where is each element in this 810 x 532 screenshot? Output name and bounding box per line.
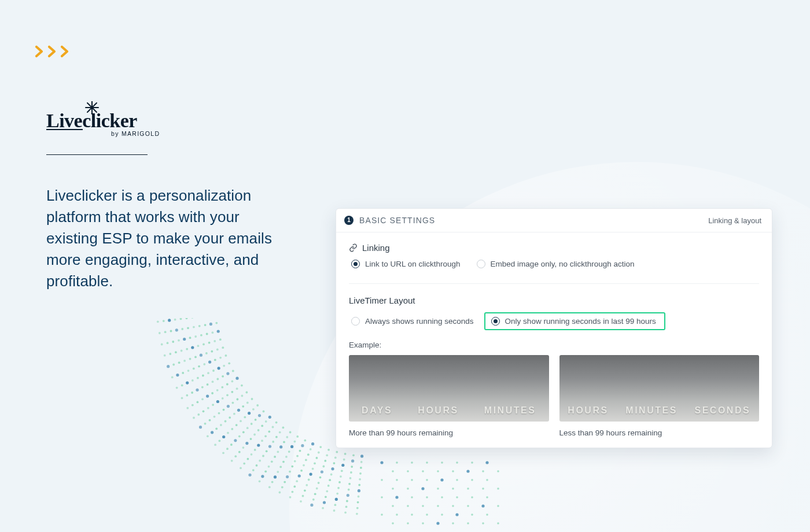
svg-point-171 xyxy=(321,470,323,473)
svg-point-18 xyxy=(222,452,224,454)
svg-point-55 xyxy=(169,353,171,355)
svg-point-310 xyxy=(392,470,394,472)
preview-unit-label: DAYS xyxy=(362,405,392,416)
svg-point-328 xyxy=(421,487,424,490)
svg-point-218 xyxy=(200,334,203,337)
svg-point-179 xyxy=(253,434,256,436)
svg-point-63 xyxy=(314,493,316,495)
svg-point-169 xyxy=(340,475,342,478)
svg-point-325 xyxy=(486,479,488,481)
svg-point-297 xyxy=(222,346,224,349)
svg-point-156 xyxy=(223,409,225,411)
svg-point-73 xyxy=(222,435,225,438)
svg-point-81 xyxy=(178,361,181,364)
svg-point-291 xyxy=(246,391,248,394)
svg-point-111 xyxy=(175,328,178,331)
chevrons-icon xyxy=(35,45,80,58)
panel-tab-label[interactable]: Linking & layout xyxy=(708,216,761,225)
svg-point-158 xyxy=(211,392,213,394)
radio-indicator xyxy=(477,260,485,268)
svg-point-335 xyxy=(395,496,398,498)
radio-always-show-seconds[interactable]: Always shows running seconds xyxy=(351,317,474,326)
svg-point-93 xyxy=(286,475,289,478)
svg-point-96 xyxy=(259,460,261,462)
svg-point-9 xyxy=(310,504,313,507)
svg-point-152 xyxy=(250,438,252,440)
layout-radio-group: Always shows running seconds Only show r… xyxy=(349,312,759,330)
svg-point-265 xyxy=(236,387,238,390)
svg-point-346 xyxy=(452,505,454,507)
svg-point-322 xyxy=(440,478,443,481)
preview-caption: More than 99 hours remaining xyxy=(349,428,549,437)
svg-point-210 xyxy=(232,402,234,404)
svg-point-146 xyxy=(300,470,303,472)
svg-point-192 xyxy=(193,326,195,328)
preview-unit-label: MINUTES xyxy=(625,405,678,416)
svg-point-233 xyxy=(261,425,263,427)
link-icon xyxy=(349,243,358,252)
svg-point-321 xyxy=(426,479,428,481)
panel-title: BASIC SETTINGS xyxy=(359,216,435,225)
svg-point-98 xyxy=(242,446,245,449)
svg-point-26 xyxy=(171,376,174,379)
svg-point-72 xyxy=(230,444,233,446)
svg-point-176 xyxy=(277,451,279,453)
svg-point-237 xyxy=(237,398,239,401)
svg-point-23 xyxy=(186,407,189,409)
svg-point-80 xyxy=(182,372,184,374)
svg-point-349 xyxy=(497,505,499,507)
svg-point-97 xyxy=(251,453,253,456)
svg-point-45 xyxy=(226,448,229,450)
svg-point-278 xyxy=(336,451,338,453)
dotted-arc-decoration-2 xyxy=(376,457,503,532)
radio-embed-image-only[interactable]: Embed image only, no clickthrough action xyxy=(477,260,635,268)
svg-point-15 xyxy=(248,474,251,476)
svg-point-135 xyxy=(189,358,192,360)
panel-header: 1 BASIC SETTINGS Linking & layout xyxy=(336,209,772,232)
svg-point-298 xyxy=(219,338,222,341)
svg-point-340 xyxy=(471,496,473,498)
svg-point-69 xyxy=(256,464,258,467)
svg-point-205 xyxy=(264,435,267,437)
svg-point-244 xyxy=(208,342,211,344)
svg-point-40 xyxy=(271,481,274,483)
svg-point-50 xyxy=(192,404,194,407)
svg-point-76 xyxy=(203,410,205,412)
svg-point-117 xyxy=(318,482,320,484)
svg-point-271 xyxy=(213,340,216,342)
svg-point-257 xyxy=(286,436,288,438)
svg-point-132 xyxy=(201,386,204,389)
radio-link-to-url[interactable]: Link to URL on clickthrough xyxy=(351,260,461,268)
svg-point-75 xyxy=(209,419,211,422)
svg-point-222 xyxy=(351,466,353,468)
svg-point-147 xyxy=(291,466,293,468)
svg-point-208 xyxy=(244,416,246,419)
svg-point-276 xyxy=(352,454,355,456)
svg-point-339 xyxy=(456,496,458,498)
svg-point-61 xyxy=(335,498,338,501)
svg-point-332 xyxy=(482,487,484,490)
svg-point-163 xyxy=(191,346,194,349)
svg-point-280 xyxy=(319,446,322,448)
svg-point-336 xyxy=(411,496,413,498)
basic-settings-panel: 1 BASIC SETTINGS Linking & layout Linkin… xyxy=(336,208,772,448)
svg-point-307 xyxy=(456,461,458,464)
svg-point-350 xyxy=(381,513,383,516)
svg-point-19 xyxy=(214,444,216,446)
svg-point-354 xyxy=(441,513,443,516)
svg-point-246 xyxy=(204,324,207,326)
step-number-badge: 1 xyxy=(344,216,354,225)
svg-point-91 xyxy=(305,484,308,486)
svg-point-275 xyxy=(360,455,363,457)
svg-point-189 xyxy=(200,354,203,357)
svg-point-343 xyxy=(407,505,409,507)
svg-point-86 xyxy=(358,496,360,498)
preview-more-than-99: DAYS HOURS MINUTES xyxy=(349,355,549,422)
svg-point-235 xyxy=(248,412,251,415)
svg-point-245 xyxy=(206,333,208,335)
radio-only-last-99-hours[interactable]: Only show running seconds in last 99 hou… xyxy=(491,317,656,326)
svg-point-293 xyxy=(235,377,238,380)
svg-point-126 xyxy=(238,435,241,438)
svg-point-65 xyxy=(293,486,296,488)
svg-point-38 xyxy=(292,491,294,493)
